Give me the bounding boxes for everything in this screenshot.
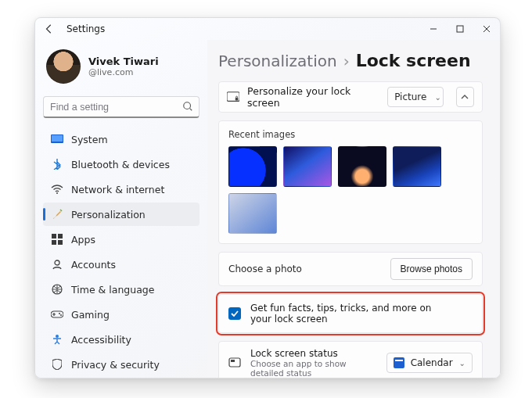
breadcrumb-parent[interactable]: Personalization xyxy=(218,52,337,70)
search-input[interactable] xyxy=(43,96,200,118)
svg-point-12 xyxy=(59,313,60,314)
back-arrow-icon xyxy=(44,23,55,34)
sidebar-item-accessibility[interactable]: Accessibility xyxy=(43,328,200,351)
recent-image-thumb[interactable] xyxy=(283,146,332,187)
svg-rect-0 xyxy=(457,26,463,32)
recent-image-thumb[interactable] xyxy=(228,146,277,187)
chevron-down-icon: ⌄ xyxy=(459,359,466,368)
sidebar-item-label: Time & language xyxy=(71,284,154,296)
lock-screen-status-title: Lock screen status xyxy=(250,348,377,359)
personalize-lock-screen-label: Personalize your lock screen xyxy=(247,85,372,109)
sidebar-item-personalization[interactable]: Personalization xyxy=(43,203,200,226)
gaming-icon xyxy=(51,308,63,321)
svg-point-1 xyxy=(184,102,191,109)
close-button[interactable] xyxy=(473,18,500,40)
lock-screen-status-row: Lock screen status Choose an app to show… xyxy=(218,341,483,378)
breadcrumb: Personalization › Lock screen xyxy=(218,51,483,70)
sidebar-item-label: Accounts xyxy=(71,259,116,271)
recent-images-label: Recent images xyxy=(228,129,473,140)
sidebar-item-system[interactable]: System xyxy=(43,127,200,151)
sidebar-item-network[interactable]: Network & internet xyxy=(43,177,200,201)
status-app-value: Calendar xyxy=(411,357,453,368)
chevron-up-icon xyxy=(460,92,469,102)
svg-point-13 xyxy=(60,314,62,316)
sidebar-item-label: Personalization xyxy=(71,209,146,221)
sidebar-item-label: Network & internet xyxy=(71,184,164,195)
chevron-right-icon: › xyxy=(343,52,350,70)
accessibility-icon xyxy=(51,333,63,346)
page-title: Lock screen xyxy=(356,51,471,70)
personalize-mode-select[interactable]: Picture ⌄ xyxy=(387,87,443,107)
sidebar-item-label: Gaming xyxy=(71,309,110,321)
choose-photo-row: Choose a photo Browse photos xyxy=(218,252,483,286)
profile-email: @live.com xyxy=(88,67,159,77)
sidebar-item-bluetooth[interactable]: Bluetooth & devices xyxy=(43,152,200,176)
choose-photo-label: Choose a photo xyxy=(228,264,302,274)
search-field[interactable] xyxy=(43,96,200,118)
sidebar: Vivek Tiwari @live.com System Bluetooth … xyxy=(35,40,207,378)
sidebar-item-label: Privacy & security xyxy=(71,359,160,371)
sidebar-item-windows-update[interactable]: Windows Update xyxy=(43,378,200,378)
wifi-icon xyxy=(51,183,63,195)
lock-screen-status-subtitle: Choose an app to show detailed status xyxy=(250,359,377,378)
search-icon xyxy=(182,101,193,114)
lock-screen-status-icon xyxy=(228,357,241,369)
svg-rect-5 xyxy=(52,234,56,238)
calendar-icon xyxy=(394,357,404,368)
sidebar-item-label: Accessibility xyxy=(71,334,131,346)
window-title: Settings xyxy=(66,23,105,34)
fun-facts-label: Get fun facts, tips, tricks, and more on… xyxy=(250,303,454,324)
settings-window: Settings Vivek Tiwari @live.com xyxy=(34,17,501,378)
minimize-icon xyxy=(430,25,437,33)
profile-name: Vivek Tiwari xyxy=(88,56,159,67)
svg-rect-17 xyxy=(229,358,240,367)
svg-rect-7 xyxy=(52,240,56,245)
lock-screen-icon xyxy=(227,91,239,102)
svg-rect-3 xyxy=(52,135,63,142)
bluetooth-icon xyxy=(51,158,63,170)
sidebar-item-time-language[interactable]: Time & language xyxy=(43,278,200,301)
sidebar-item-label: Apps xyxy=(71,234,95,246)
recent-images-grid xyxy=(228,146,473,234)
shield-icon xyxy=(51,358,63,371)
accounts-icon xyxy=(51,258,63,271)
recent-images-section: Recent images xyxy=(218,120,483,244)
system-icon xyxy=(51,133,63,145)
sidebar-item-gaming[interactable]: Gaming xyxy=(43,303,200,326)
minimize-button[interactable] xyxy=(420,18,447,40)
close-icon xyxy=(483,25,491,33)
avatar xyxy=(46,49,81,84)
titlebar: Settings xyxy=(35,18,500,40)
time-language-icon xyxy=(51,283,63,296)
personalize-mode-value: Picture xyxy=(394,91,426,102)
sidebar-item-label: System xyxy=(71,134,108,145)
recent-image-thumb[interactable] xyxy=(338,146,386,187)
sidebar-item-label: Bluetooth & devices xyxy=(71,159,170,170)
svg-rect-8 xyxy=(58,240,63,245)
sidebar-item-privacy-security[interactable]: Privacy & security xyxy=(43,353,200,376)
checkmark-icon xyxy=(230,309,239,318)
recent-image-thumb[interactable] xyxy=(393,146,441,187)
paintbrush-icon xyxy=(51,208,63,221)
recent-image-thumb[interactable] xyxy=(228,193,277,234)
browse-photos-button[interactable]: Browse photos xyxy=(390,258,473,280)
expand-section-button[interactable] xyxy=(456,87,474,107)
chevron-down-icon: ⌄ xyxy=(434,93,440,102)
main-pane: Personalization › Lock screen Personaliz… xyxy=(207,40,500,378)
fun-facts-checkbox[interactable] xyxy=(228,307,241,320)
profile-block[interactable]: Vivek Tiwari @live.com xyxy=(43,46,200,93)
svg-point-4 xyxy=(56,192,58,194)
status-app-select[interactable]: Calendar ⌄ xyxy=(386,353,473,373)
maximize-icon xyxy=(456,25,464,33)
apps-icon xyxy=(51,233,63,246)
svg-point-14 xyxy=(56,335,59,338)
personalize-lock-screen-row: Personalize your lock screen Picture ⌄ xyxy=(218,81,483,113)
sidebar-item-apps[interactable]: Apps xyxy=(43,228,200,251)
sidebar-item-accounts[interactable]: Accounts xyxy=(43,253,200,276)
back-button[interactable] xyxy=(43,23,56,35)
fun-facts-checkbox-row[interactable]: Get fun facts, tips, tricks, and more on… xyxy=(218,294,483,333)
svg-point-9 xyxy=(55,260,59,265)
maximize-button[interactable] xyxy=(447,18,473,40)
svg-rect-18 xyxy=(231,360,235,362)
svg-rect-16 xyxy=(235,98,239,101)
